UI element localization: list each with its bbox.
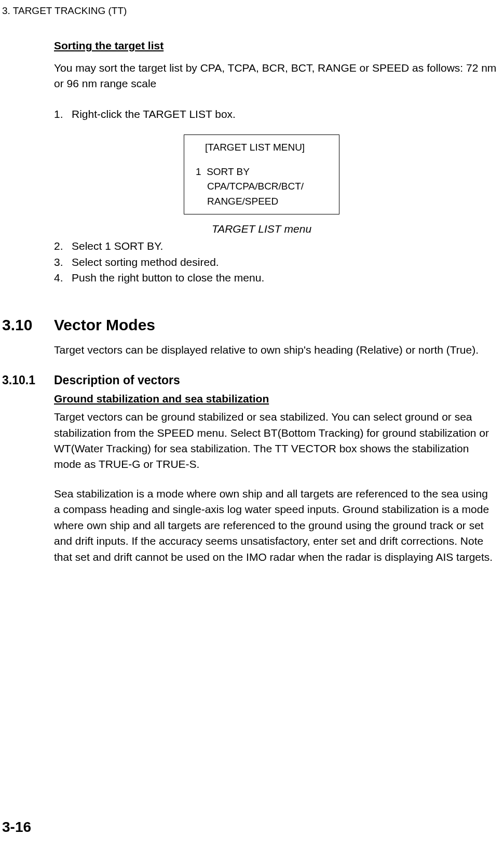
- sorting-heading: Sorting the target list: [54, 39, 500, 52]
- list-text: Select sorting method desired.: [72, 254, 219, 270]
- list-item: 4. Push the right button to close the me…: [54, 270, 500, 286]
- sub-underline-heading: Ground stabilization and sea stabilizati…: [54, 393, 496, 405]
- list-number: 1.: [54, 106, 72, 122]
- running-header: 3. TARGET TRACKING (TT): [0, 0, 504, 17]
- list-number: 2.: [54, 238, 72, 254]
- list-number: 4.: [54, 270, 72, 286]
- subsection-title: Description of vectors: [54, 373, 180, 387]
- menu-item-options: RANGE/SPEED: [196, 194, 330, 209]
- menu-item-options: CPA/TCPA/BCR/BCT/: [196, 179, 330, 194]
- sorting-steps-list: 1. Right-click the TARGET LIST box.: [54, 106, 500, 122]
- list-item: 2. Select 1 SORT BY.: [54, 238, 500, 254]
- section-title: Vector Modes: [54, 316, 155, 334]
- main-content: Sorting the target list You may sort the…: [0, 39, 504, 286]
- sorting-steps-list-continued: 2. Select 1 SORT BY. 3. Select sorting m…: [54, 238, 500, 286]
- list-text: Push the right button to close the menu.: [72, 270, 264, 286]
- section-number: 3.10: [0, 316, 54, 334]
- section-intro-text: Target vectors can be displayed relative…: [54, 342, 496, 358]
- list-item: 3. Select sorting method desired.: [54, 254, 500, 270]
- subsection-number: 3.10.1: [0, 373, 54, 387]
- list-number: 3.: [54, 254, 72, 270]
- sorting-intro-text: You may sort the target list by CPA, TCP…: [54, 60, 500, 92]
- list-text: Select 1 SORT BY.: [72, 238, 163, 254]
- body-paragraph: Target vectors can be ground stabilized …: [54, 409, 496, 473]
- body-paragraph: Sea stabilization is a mode where own sh…: [54, 486, 496, 565]
- figure-caption: TARGET LIST menu: [212, 223, 311, 235]
- section-3-10: 3.10 Vector Modes Target vectors can be …: [0, 316, 504, 565]
- menu-box-figure: [TARGET LIST MENU] 1 SORT BY CPA/TCPA/BC…: [179, 134, 345, 235]
- section-heading: 3.10 Vector Modes: [0, 316, 500, 334]
- list-text: Right-click the TARGET LIST box.: [72, 106, 236, 122]
- menu-box-item: 1 SORT BY: [196, 165, 330, 180]
- menu-item-number: 1: [196, 166, 201, 177]
- target-list-menu-box: [TARGET LIST MENU] 1 SORT BY CPA/TCPA/BC…: [184, 134, 339, 214]
- menu-item-label: SORT BY: [207, 166, 250, 177]
- subsection-heading: 3.10.1 Description of vectors: [0, 373, 500, 387]
- list-item: 1. Right-click the TARGET LIST box.: [54, 106, 500, 122]
- page-number: 3-16: [2, 819, 31, 836]
- menu-box-title: [TARGET LIST MENU]: [196, 140, 330, 155]
